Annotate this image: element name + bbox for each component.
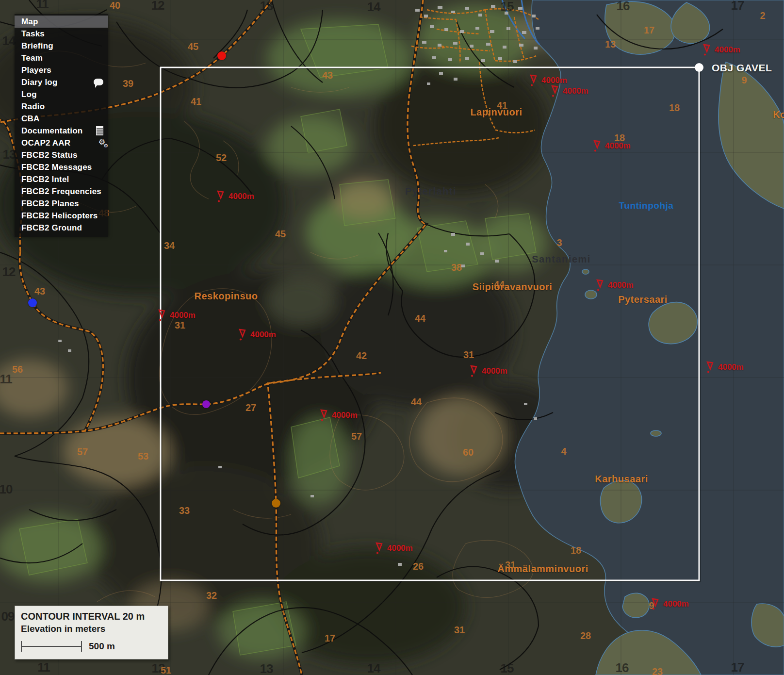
menu-item-map[interactable]: Map: [15, 16, 108, 28]
menu-item-documentation[interactable]: Documentation: [15, 125, 108, 137]
menu-item-fbcb2-frequencies[interactable]: FBCB2 Frequencies: [15, 185, 108, 198]
speech-bubble-icon: [94, 79, 103, 85]
menu-item-ocap2-aar[interactable]: OCAP2 AAR ⚙: [15, 137, 108, 149]
menu-item-label: FBCB2 Ground: [21, 223, 82, 232]
menu-item-label: FBCB2 Helicopters: [21, 211, 98, 220]
menu-item-label: OCAP2 AAR: [21, 138, 70, 148]
menu-item-fbcb2-status[interactable]: FBCB2 Status: [15, 149, 108, 161]
menu-item-label: FBCB2 Planes: [21, 199, 79, 208]
orange-dot: [272, 499, 280, 508]
menu-item-tasks[interactable]: Tasks: [15, 28, 108, 40]
menu-item-label: Briefing: [21, 41, 53, 50]
menu-item-label: FBCB2 Status: [21, 150, 78, 160]
map-legend: CONTOUR INTERVAL 20 m Elevation in meter…: [15, 606, 168, 659]
contour-interval-text: CONTOUR INTERVAL 20 m: [21, 611, 162, 622]
menu-item-label: Documentation: [21, 126, 82, 135]
scale-bar: [21, 641, 82, 652]
menu-item-log[interactable]: Log: [15, 88, 108, 100]
objective-label: OBJ GAVEL: [712, 62, 772, 74]
scale-label: 500 m: [89, 641, 115, 652]
objective-corner-dot: [695, 63, 703, 72]
menu-item-fbcb2-intel[interactable]: FBCB2 Intel: [15, 173, 108, 185]
menu-item-label: FBCB2 Intel: [21, 175, 69, 184]
map-tint: [0, 0, 784, 675]
map-canvas[interactable]: [0, 0, 784, 675]
menu-item-label: Team: [21, 53, 43, 63]
menu-item-fbcb2-helicopters[interactable]: FBCB2 Helicopters: [15, 210, 108, 222]
menu-item-diary-log[interactable]: Diary log: [15, 76, 108, 88]
elevation-units-text: Elevation in meters: [21, 624, 162, 634]
menu-list: Map Tasks Briefing Team Players Diary lo…: [15, 16, 108, 234]
scale-row: 500 m: [21, 641, 162, 652]
menu-item-label: Log: [21, 90, 37, 99]
blue-dot: [28, 298, 37, 307]
game-map-screen[interactable]: 1112131415161714131211100911121314151617…: [0, 0, 784, 675]
menu-item-label: Players: [21, 66, 51, 75]
menu-item-label: Radio: [21, 102, 45, 111]
menu-item-label: Map: [21, 17, 38, 26]
menu-item-radio[interactable]: Radio: [15, 100, 108, 113]
menu-item-label: CBA: [21, 114, 39, 123]
menu-item-label: FBCB2 Messages: [21, 163, 92, 172]
menu-item-fbcb2-messages[interactable]: FBCB2 Messages: [15, 161, 108, 173]
menu-item-label: FBCB2 Frequencies: [21, 187, 101, 196]
menu-item-label: Tasks: [21, 29, 45, 38]
red-dot: [217, 51, 226, 60]
document-icon: [96, 126, 103, 135]
menu-item-briefing[interactable]: Briefing: [15, 40, 108, 52]
menu-item-cba[interactable]: CBA: [15, 113, 108, 125]
menu-item-team[interactable]: Team: [15, 52, 108, 64]
gears-icon: ⚙: [98, 138, 105, 146]
menu-item-label: Diary log: [21, 78, 58, 87]
map-menu-panel: Map Tasks Briefing Team Players Diary lo…: [15, 14, 108, 237]
purple-dot: [202, 400, 210, 408]
menu-item-fbcb2-ground[interactable]: FBCB2 Ground: [15, 222, 108, 234]
menu-item-fbcb2-planes[interactable]: FBCB2 Planes: [15, 198, 108, 210]
menu-item-players[interactable]: Players: [15, 64, 108, 76]
